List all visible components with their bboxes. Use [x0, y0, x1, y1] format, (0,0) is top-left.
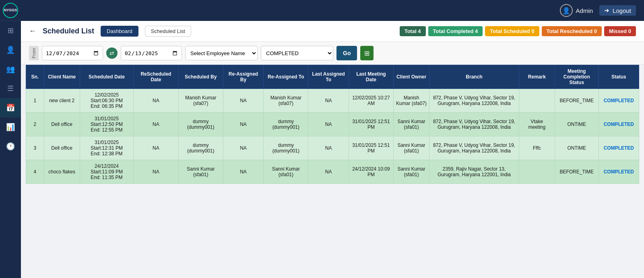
- sidebar-item-profile[interactable]: 👤: [0, 40, 21, 60]
- cell-reassigned-by: NA: [223, 160, 263, 184]
- employee-select[interactable]: Select Employee Name: [186, 46, 257, 60]
- cell-reassigned-to: dummy (dummy001): [264, 113, 308, 136]
- cell-branch: 872, Phase V, Udyog Vihar, Sector 19, Gu…: [429, 113, 519, 136]
- cell-sn: 1: [26, 89, 44, 113]
- cell-status: COMPLETED: [599, 160, 639, 184]
- cell-status: COMPLETED: [599, 89, 639, 113]
- cell-completion-status: ONTIME: [555, 113, 599, 136]
- table-row: 1new client 212/02/2025 Start:06:30 PM E…: [26, 89, 639, 113]
- sidebar-item-schedule[interactable]: 🕐: [0, 137, 21, 156]
- table-row: 2Dell office31/01/2025 Start:12:50 PM En…: [26, 113, 639, 136]
- logo: NYGGS: [0, 0, 21, 21]
- cell-last-meeting: 31/01/2025 12:51 PM: [349, 136, 393, 160]
- col-header-branch: Branch: [429, 65, 519, 89]
- cell-scheduled-by: dummy (dummy001): [178, 113, 223, 136]
- cell-last-meeting: 24/12/2024 10:09 PM: [349, 160, 393, 184]
- cell-client: choco flakes: [44, 160, 80, 184]
- cell-remark: [519, 160, 555, 184]
- stat-total: Total 4: [400, 26, 426, 36]
- cell-last-meeting: 31/01/2025 12:51 PM: [349, 113, 393, 136]
- cell-reassigned-by: NA: [223, 113, 263, 136]
- cell-remark: Fffc: [519, 136, 555, 160]
- cell-completion-status: ONTIME: [555, 136, 599, 160]
- scheduled-list-nav-button[interactable]: Scheduled List: [145, 26, 191, 37]
- cell-reassigned-by: NA: [223, 89, 263, 113]
- cell-scheduled-by: dummy (dummy001): [178, 136, 223, 160]
- cell-reassigned-to: Sanni Kumar (sfa01): [264, 160, 308, 184]
- col-header-last-assigned: Last Assigned To: [308, 65, 349, 89]
- col-header-sn: Sn.: [26, 65, 44, 89]
- cell-rescheduled-date: NA: [134, 113, 178, 136]
- content-area: ← Scheduled List Dashboard Scheduled Lis…: [21, 21, 644, 278]
- from-date-input[interactable]: [42, 46, 103, 60]
- user-avatar-icon: 👤: [560, 4, 573, 17]
- cell-reassigned-by: NA: [223, 136, 263, 160]
- logout-label: Logout: [613, 7, 631, 14]
- cell-sn: 4: [26, 160, 44, 184]
- cell-rescheduled-date: NA: [134, 136, 178, 160]
- sidebar-item-users[interactable]: 👥: [0, 60, 21, 79]
- cell-status: COMPLETED: [599, 113, 639, 136]
- stats-row: Total 4 Total Completed 4 Total Schedule…: [397, 26, 636, 36]
- cell-client-owner: Sanni Kumar (sfa01): [394, 136, 429, 160]
- page-title: Scheduled List: [43, 27, 94, 35]
- dashboard-nav-button[interactable]: Dashboard: [101, 26, 138, 37]
- table-header-row: Sn. Client Name Scheduled Date ReSchedul…: [26, 65, 639, 89]
- cell-client: Dell office: [44, 136, 80, 160]
- status-select[interactable]: COMPLETED SCHEDULED MISSED: [261, 46, 333, 60]
- table-body: 1new client 212/02/2025 Start:06:30 PM E…: [26, 89, 639, 184]
- admin-label: Admin: [576, 7, 593, 14]
- col-header-remark: Remark: [519, 65, 555, 89]
- employee-select-wrap: Select Employee Name: [185, 46, 258, 60]
- cell-rescheduled-date: NA: [134, 89, 178, 113]
- back-arrow-icon[interactable]: ←: [29, 27, 36, 35]
- cell-last-assigned: NA: [308, 160, 349, 184]
- col-header-completion-status: Meeting Completion Status: [555, 65, 599, 89]
- excel-export-button[interactable]: ⊞: [360, 46, 374, 60]
- col-header-client-owner: Client Owner: [394, 65, 429, 89]
- filter-row: From ⇄ Select Employee Name COMPLETED SC…: [21, 42, 644, 65]
- stat-missed: Missed 0: [604, 26, 636, 36]
- sidebar-item-calendar[interactable]: 📅: [0, 98, 21, 117]
- sidebar-item-dashboard[interactable]: ⊞: [0, 21, 21, 40]
- cell-last-assigned: NA: [308, 113, 349, 136]
- go-button[interactable]: Go: [336, 46, 357, 60]
- cell-scheduled-date: 24/12/2024 Start:11:09 PM End: 11:35 PM: [80, 160, 134, 184]
- cell-scheduled-by: Sanni Kumar (sfa01): [178, 160, 223, 184]
- logout-button[interactable]: ➜ Logout: [599, 5, 636, 16]
- page-header: ← Scheduled List Dashboard Scheduled Lis…: [21, 21, 644, 42]
- cell-last-assigned: NA: [308, 89, 349, 113]
- cell-scheduled-date: 12/02/2025 Start:06:30 PM End: 06:35 PM: [80, 89, 134, 113]
- status-select-wrap: COMPLETED SCHEDULED MISSED: [261, 46, 333, 60]
- stat-rescheduled: Total Rescheduled 0: [542, 26, 602, 36]
- to-date-wrap: [121, 46, 182, 60]
- from-label: From: [29, 46, 39, 60]
- cell-remark: Vtake meeting: [519, 113, 555, 136]
- sidebar: NYGGS ⊞ 👤 👥 ☰ 📅 📊 🕐: [0, 0, 21, 278]
- cell-completion-status: BEFORE_TIME: [555, 89, 599, 113]
- col-header-reassigned-by: Re-Assigned By: [223, 65, 263, 89]
- cell-scheduled-date: 31/01/2025 Start:12:50 PM End: 12:55 PM: [80, 113, 134, 136]
- date-separator-icon: ⇄: [106, 47, 118, 59]
- col-header-last-meeting: Last Meeting Date: [349, 65, 393, 89]
- col-header-rescheduled-date: ReScheduled Date: [134, 65, 178, 89]
- logout-icon: ➜: [604, 7, 609, 14]
- main-content: 👤 Admin ➜ Logout ← Scheduled List Dashbo…: [21, 0, 644, 278]
- col-header-reassigned-to: Re-Assigned To: [264, 65, 308, 89]
- logo-circle: NYGGS: [3, 3, 18, 18]
- table-wrap: Sn. Client Name Scheduled Date ReSchedul…: [21, 65, 644, 189]
- cell-branch: 2359, Rajiv Nagar, Sector 13, Gurugram, …: [429, 160, 519, 184]
- cell-rescheduled-date: NA: [134, 160, 178, 184]
- cell-status: COMPLETED: [599, 136, 639, 160]
- col-header-status: Status: [599, 65, 639, 89]
- excel-icon: ⊞: [364, 50, 369, 57]
- cell-remark: [519, 89, 555, 113]
- sidebar-item-menu[interactable]: ☰: [0, 79, 21, 98]
- table-row: 3Dell office31/01/2025 Start:12:31 PM En…: [26, 136, 639, 160]
- sidebar-item-reports[interactable]: 📊: [0, 117, 21, 137]
- cell-branch: 872, Phase V, Udyog Vihar, Sector 19, Gu…: [429, 89, 519, 113]
- to-date-input[interactable]: [121, 46, 182, 60]
- cell-completion-status: BEFORE_TIME: [555, 160, 599, 184]
- cell-reassigned-to: dummy (dummy001): [264, 136, 308, 160]
- stat-completed: Total Completed 4: [428, 26, 483, 36]
